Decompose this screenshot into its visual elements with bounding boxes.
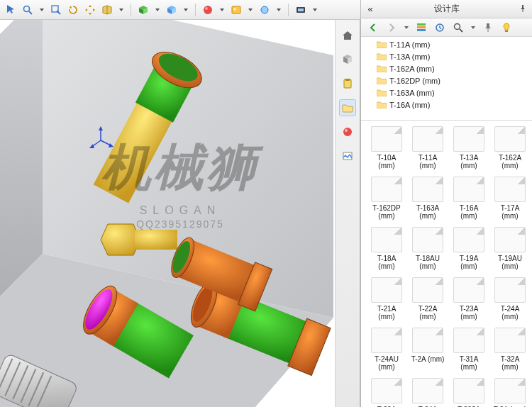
search-dropdown[interactable] (470, 26, 476, 29)
feature-tree-icon[interactable] (339, 51, 356, 68)
svg-rect-17 (135, 230, 177, 250)
grid-folder[interactable]: T-34A (mm) (409, 378, 446, 407)
grid-folder[interactable]: T-19A (mm) (450, 227, 487, 270)
svg-point-47 (345, 129, 348, 132)
home-icon[interactable] (339, 27, 356, 44)
view-settings-icon[interactable] (258, 4, 271, 16)
grid-folder[interactable]: T-17A (mm) (492, 177, 528, 220)
grid-folder-label: T-24A (mm) (492, 305, 528, 320)
folder-thumb (371, 126, 402, 152)
grid-folder[interactable]: T-18A (mm) (368, 227, 405, 270)
tree-folder-label: T-11A (mm) (389, 40, 430, 49)
grid-folder[interactable]: T-21A (mm) (368, 277, 405, 320)
stacked-books-icon[interactable] (415, 21, 428, 34)
zoom-dropdown[interactable] (38, 4, 45, 16)
render-tools-icon[interactable] (294, 4, 307, 16)
scene-dropdown[interactable] (247, 4, 254, 16)
zoom-fit-icon[interactable] (21, 4, 34, 16)
grid-folder[interactable]: T-31A (mm) (450, 328, 487, 371)
back-arrow-icon[interactable] (367, 21, 379, 34)
view-settings-dropdown[interactable] (275, 4, 282, 16)
display-style-icon[interactable] (137, 4, 150, 16)
section-icon[interactable] (101, 4, 113, 16)
folder-tree[interactable]: T-11A (mm)T-13A (mm)T-162A (mm)T-162DP (… (361, 37, 532, 121)
panel-pin-button[interactable] (514, 3, 532, 16)
search-icon[interactable] (452, 21, 465, 34)
tree-folder[interactable]: T-13A (mm) (361, 50, 532, 62)
grid-folder-label: T-19AU (mm) (492, 255, 528, 270)
folder-thumb (371, 328, 402, 353)
forward-arrow-icon[interactable] (385, 21, 398, 34)
tree-folder[interactable]: T-11A (mm) (361, 38, 532, 50)
rotate-view-icon[interactable] (67, 4, 79, 16)
folder-thumb (453, 378, 484, 403)
clipboard-icon[interactable] (339, 75, 356, 92)
grid-folder[interactable]: T-162A (mm) (492, 126, 528, 169)
design-library-panel: « 设计库 T-11A (mm)T-13A (mm)T-162A (mm)T-1… (360, 0, 532, 407)
grid-folder[interactable]: T-24AU (mm) (368, 328, 405, 371)
cursor-icon[interactable] (4, 4, 17, 16)
folder-thumb (453, 126, 484, 152)
grid-folder[interactable]: T-19AU (mm) (492, 227, 528, 270)
folder-icon (377, 65, 387, 72)
hide-show-icon[interactable] (165, 4, 178, 16)
svg-rect-54 (505, 30, 508, 32)
render-dropdown[interactable] (311, 4, 318, 16)
tree-folder-label: T-163A (mm) (389, 89, 435, 97)
filter-icon[interactable] (433, 21, 446, 34)
appearances-icon[interactable] (339, 123, 356, 140)
folder-thumb (412, 378, 443, 403)
grid-folder[interactable]: T-10A (mm) (368, 126, 405, 169)
grid-folder[interactable]: T-24A (mm) (492, 277, 528, 320)
main-toolbar (0, 0, 360, 20)
section-dropdown[interactable] (118, 4, 125, 16)
grid-folder[interactable]: T-16A (mm) (450, 177, 487, 220)
svg-rect-50 (417, 26, 426, 28)
grid-folder[interactable]: T-162DP (mm) (368, 177, 405, 220)
folder-thumb (494, 328, 526, 353)
appearance-dropdown[interactable] (218, 4, 226, 16)
grid-folder[interactable]: T-11A (mm) (409, 126, 446, 169)
pan-icon[interactable] (84, 4, 96, 16)
grid-folder[interactable]: T-22A (mm) (409, 277, 446, 320)
pushpin-icon[interactable] (482, 21, 494, 34)
panel-title: 设计库 (379, 3, 514, 15)
grid-folder-label: T-32A (mm) (492, 355, 528, 371)
grid-folder-label: T-18AU (mm) (409, 255, 446, 270)
apply-scene-icon[interactable] (230, 4, 243, 16)
tree-folder[interactable]: T-162DP (mm) (361, 74, 532, 87)
lightbulb-icon[interactable] (500, 21, 513, 34)
grid-folder[interactable]: T-13A (mm) (450, 126, 487, 169)
toolbar-separator (288, 4, 289, 16)
hide-show-dropdown[interactable] (182, 4, 189, 16)
folder-thumb (412, 277, 443, 303)
display-style-dropdown[interactable] (154, 4, 161, 16)
panel-collapse-button[interactable]: « (361, 4, 379, 14)
grid-folder[interactable]: T-382A (mm) (450, 378, 487, 407)
grid-folder[interactable]: T-32A (mm) (492, 328, 528, 371)
tree-folder[interactable]: T-163A (mm) (361, 87, 532, 99)
grid-folder-label: T-13A (mm) (450, 154, 487, 169)
grid-folder[interactable]: T-23A (mm) (450, 277, 487, 320)
decals-icon[interactable] (339, 147, 356, 165)
file-explorer-icon[interactable] (339, 99, 356, 116)
grid-folder[interactable]: T-163A (mm) (409, 177, 446, 220)
edit-appearance-icon[interactable] (201, 4, 214, 16)
grid-folder-label: T-31A (mm) (450, 355, 487, 371)
tree-folder[interactable]: T-16A (mm) (361, 99, 532, 111)
svg-rect-8 (298, 9, 304, 11)
folder-thumb (494, 378, 526, 403)
folder-thumb (412, 227, 443, 252)
grid-folder[interactable]: T-3A (mm) (492, 378, 528, 407)
grid-folder[interactable]: T-2A (mm) (409, 328, 446, 371)
grid-folder-label: T-162DP (mm) (368, 204, 405, 220)
grid-folder-label: T-19A (mm) (450, 255, 487, 270)
grid-folder[interactable]: T-33A (mm) (368, 378, 405, 407)
graphics-viewport[interactable]: 机械狮 SLOGAN QQ2395129075 (0, 20, 360, 407)
grid-folder[interactable]: T-18AU (mm) (409, 227, 446, 270)
folder-grid[interactable]: T-10A (mm)T-11A (mm)T-13A (mm)T-162A (mm… (361, 121, 532, 407)
nav-history-dropdown[interactable] (404, 26, 409, 29)
svg-rect-49 (417, 29, 426, 31)
tree-folder[interactable]: T-162A (mm) (361, 62, 532, 74)
zoom-area-icon[interactable] (50, 4, 62, 16)
